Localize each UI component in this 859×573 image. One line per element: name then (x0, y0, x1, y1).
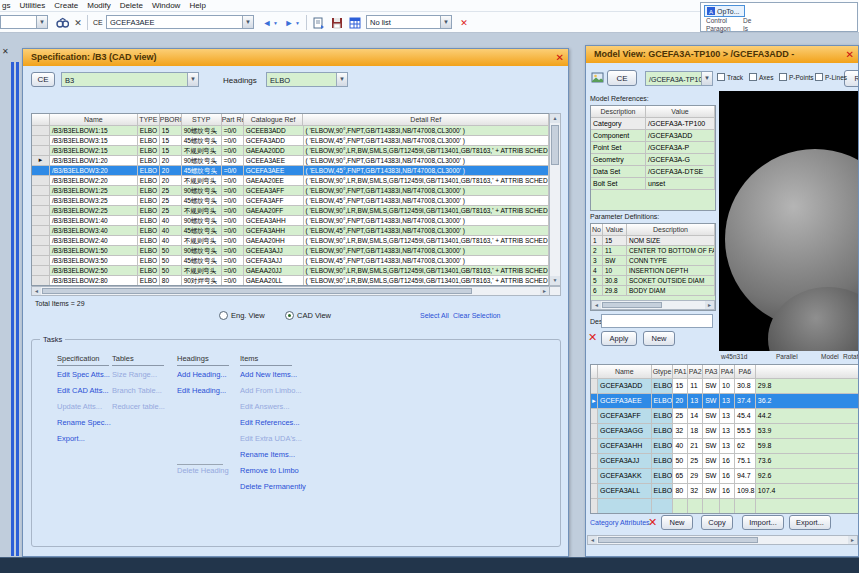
spec-column-header[interactable]: Detail Ref (303, 114, 549, 126)
optool-tab[interactable]: A OpTo... (704, 5, 745, 17)
spec-combo[interactable]: B3▼ (61, 72, 199, 87)
category-column-header[interactable]: PA4 (720, 365, 735, 379)
row-selector[interactable] (591, 454, 598, 469)
spec-column-header[interactable]: Catalogue Ref (244, 114, 304, 126)
chevron-down-icon[interactable]: ▼ (36, 16, 47, 28)
row-selector[interactable] (591, 409, 598, 424)
table-row[interactable]: /B3/B3ELBOW2:25ELBO25不规则弯头=0/0GAEAA20FF(… (32, 206, 549, 216)
desc-input[interactable] (601, 314, 713, 328)
chevron-down-icon[interactable]: ▼ (336, 73, 347, 86)
table-row[interactable]: /B3/B3ELBOW2:20ELBO20不规则弯头=0/0GAEAA20EE(… (32, 176, 549, 186)
snapshot-icon[interactable] (590, 71, 604, 84)
task-link[interactable]: Rename Items... (240, 450, 295, 459)
table-row[interactable]: /B3/B3ELBOW2:80ELBO8090对焊弯头=0/0GAEAA20LL… (32, 276, 549, 286)
optool-row-text[interactable]: Control (706, 17, 727, 24)
footer-import-button[interactable]: Import... (742, 515, 784, 530)
category-attributes-link[interactable]: Category Attributes (590, 519, 650, 526)
table-row[interactable]: /B3/B3ELBOW3:20ELBO2045螺纹弯头=0/0GCEFA3AEE… (32, 166, 549, 176)
model-ce-button[interactable]: CE (607, 70, 637, 86)
menu-item-gs[interactable]: gs (2, 1, 10, 10)
chevron-down-icon[interactable]: ▼ (242, 16, 253, 28)
spec-column-header[interactable]: Part Ref (222, 114, 244, 126)
spec-column-header[interactable]: PBOR0 (160, 114, 182, 126)
clear-list-icon[interactable]: ✕ (457, 16, 471, 29)
spec-column-header[interactable] (32, 114, 50, 126)
table-row[interactable]: Component/GCEFA3ADD (591, 130, 715, 142)
docked-panel-close-icon[interactable]: ✕ (2, 47, 9, 56)
scroll-left-icon[interactable]: ◄ (32, 287, 41, 295)
table-row[interactable]: /B3/B3ELBOW2:40ELBO40不规则弯头=0/0GAEAA20HH(… (32, 236, 549, 246)
table-row[interactable]: Point Set/GCEFA3A-P (591, 142, 715, 154)
cancel-icon[interactable]: ✕ (648, 516, 657, 529)
table-row[interactable]: 3SWCONN TYPE (591, 256, 715, 266)
checkbox-track[interactable]: Track (717, 73, 743, 81)
optool-row-text[interactable]: Paragon (706, 25, 731, 32)
select-all-link[interactable]: Select All (420, 312, 449, 319)
headings-combo[interactable]: ELBO▼ (266, 72, 348, 87)
row-selector[interactable] (32, 166, 50, 176)
chevron-down-icon[interactable]: ▼ (701, 72, 712, 85)
row-selector[interactable]: ► (591, 394, 598, 409)
category-column-header[interactable] (756, 365, 859, 379)
refs-column-header[interactable]: Value (646, 106, 715, 118)
row-selector[interactable] (32, 226, 50, 236)
spec-column-header[interactable]: Name (50, 114, 138, 126)
task-link[interactable]: Remove to Limbo (240, 466, 299, 475)
row-selector[interactable] (32, 146, 50, 156)
table-row[interactable]: GCEFA3AGGELBO3218SW1355.553.9 (591, 424, 859, 439)
scroll-right-icon[interactable]: ► (705, 301, 714, 309)
table-row[interactable]: 629.8BODY DIAM (591, 286, 715, 296)
row-selector[interactable] (32, 256, 50, 266)
table-row[interactable]: GCEFA3AJJELBO5025SW1675.173.6 (591, 454, 859, 469)
category-column-header[interactable]: PA6 (735, 365, 756, 379)
menu-item-utilities[interactable]: Utilities (19, 1, 45, 10)
row-selector[interactable] (591, 484, 598, 499)
table-row[interactable]: /B3/B3ELBOW2:50ELBO50不规则弯头=0/0GAEAA20JJ(… (32, 266, 549, 276)
row-selector[interactable] (591, 424, 598, 439)
params-column-header[interactable]: No (591, 224, 603, 236)
list-combo[interactable]: No list▼ (366, 15, 452, 29)
table-row[interactable]: ►GCEFA3AEEELBO2013SW1337.436.2 (591, 394, 859, 409)
table-row[interactable]: 115NOM SIZE (591, 236, 715, 246)
menu-item-window[interactable]: Window (152, 1, 180, 10)
table-row[interactable]: GCEFA3ALLELBO8032SW16109.8107.4 (591, 484, 859, 499)
3d-viewport[interactable] (719, 91, 859, 351)
parameters-hscrollbar[interactable]: ◄ ► (591, 300, 715, 310)
menu-item-delete[interactable]: Delete (120, 1, 143, 10)
category-column-header[interactable]: PA3 (703, 365, 720, 379)
toolbar-partial-combo[interactable]: ▼ (0, 15, 48, 29)
menu-item-create[interactable]: Create (54, 1, 78, 10)
table-row[interactable]: Geometry/GCEFA3A-G (591, 154, 715, 166)
refs-column-header[interactable]: Description (591, 106, 646, 118)
spec-table-scroll-corner[interactable] (549, 286, 561, 296)
menu-item-modify[interactable]: Modify (87, 1, 111, 10)
task-link[interactable]: Edit Heading... (177, 386, 226, 395)
docked-panel-edge[interactable] (11, 62, 14, 556)
scroll-thumb[interactable] (598, 537, 758, 543)
spec-table-vscrollbar[interactable]: ▲ ▼ (549, 113, 561, 286)
row-selector[interactable] (32, 206, 50, 216)
scroll-down-icon[interactable]: ▼ (550, 276, 560, 285)
table-row[interactable]: 410INSERTION DEPTH (591, 266, 715, 276)
row-selector[interactable] (32, 126, 50, 136)
category-column-header[interactable] (591, 365, 598, 379)
task-link[interactable]: Add New Items... (240, 370, 297, 379)
category-column-header[interactable]: Gtype (652, 365, 674, 379)
category-column-header[interactable]: PA1 (673, 365, 688, 379)
table-row[interactable]: GCEFA3AFFELBO2514SW1345.444.2 (591, 409, 859, 424)
scroll-right-icon[interactable]: ► (540, 287, 549, 295)
checkbox-ppoints[interactable]: P-Points (779, 73, 814, 81)
row-selector[interactable] (591, 439, 598, 454)
model-window-hscrollbar[interactable]: ◄ ► (587, 535, 858, 545)
row-selector[interactable] (32, 236, 50, 246)
spec-column-header[interactable]: TYPE (138, 114, 160, 126)
list-grid-icon[interactable] (348, 16, 362, 29)
spec-table-hscrollbar[interactable]: ◄ ► (31, 286, 550, 296)
table-row[interactable]: 530.8SCOKET OUTSIDE DIAM (591, 276, 715, 286)
nav-back-menu-icon[interactable]: ▼ (272, 16, 279, 29)
table-row[interactable]: ►/B3/B3ELBOW1:20ELBO2090螺纹弯头=0/0GCEEA3AE… (32, 156, 549, 166)
apply-button[interactable]: Apply (601, 331, 637, 346)
task-link[interactable]: Edit Spec Atts... (57, 370, 110, 379)
table-row[interactable]: Data Set/GCEFA3A-DTSE (591, 166, 715, 178)
optool-row-text[interactable]: Is (743, 25, 748, 32)
